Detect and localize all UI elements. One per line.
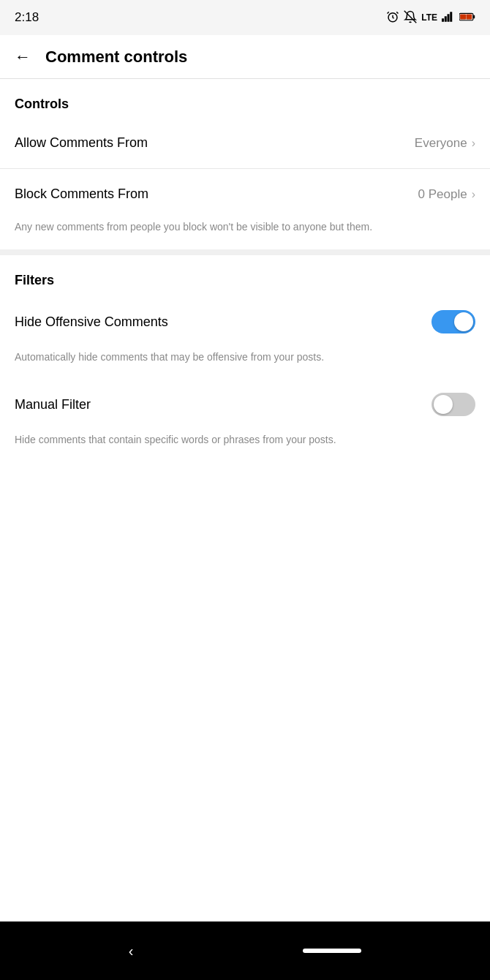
- content-area: Controls Allow Comments From Everyone › …: [0, 79, 490, 921]
- allow-comments-row[interactable]: Allow Comments From Everyone ›: [0, 121, 490, 165]
- allow-comments-value-container: Everyone ›: [415, 136, 475, 151]
- status-icons: LTE: [386, 10, 475, 26]
- allow-comments-value: Everyone: [415, 136, 467, 151]
- manual-filter-description: Hide comments that contain specific word…: [0, 429, 490, 462]
- block-comments-description: Any new comments from people you block w…: [0, 216, 490, 249]
- block-comments-label: Block Comments From: [15, 186, 148, 202]
- home-pill[interactable]: [303, 949, 361, 953]
- svg-rect-3: [445, 16, 447, 22]
- block-comments-value: 0 People: [418, 187, 467, 202]
- hide-offensive-toggle-knob: [454, 312, 473, 331]
- manual-filter-toggle[interactable]: [431, 393, 475, 416]
- svg-rect-9: [466, 14, 472, 19]
- status-time: 2:18: [15, 10, 39, 25]
- manual-filter-label: Manual Filter: [15, 397, 91, 412]
- svg-rect-4: [448, 14, 450, 22]
- allow-comments-chevron-icon: ›: [472, 137, 475, 150]
- back-button[interactable]: ←: [12, 45, 34, 69]
- hide-offensive-toggle[interactable]: [431, 310, 475, 333]
- status-bar: 2:18 LTE: [0, 0, 490, 35]
- svg-line-1: [404, 10, 417, 23]
- manual-filter-toggle-knob: [434, 395, 453, 414]
- hide-offensive-description: Automatically hide comments that may be …: [0, 347, 490, 380]
- system-back-icon[interactable]: ‹: [129, 943, 134, 960]
- svg-rect-7: [473, 15, 475, 18]
- allow-comments-label: Allow Comments From: [15, 135, 148, 151]
- filters-section-label: Filters: [0, 255, 490, 297]
- page-title: Comment controls: [45, 48, 187, 67]
- divider-1: [0, 168, 490, 169]
- hide-offensive-label: Hide Offensive Comments: [15, 314, 168, 330]
- hide-offensive-row[interactable]: Hide Offensive Comments: [0, 297, 490, 347]
- block-comments-value-container: 0 People ›: [418, 187, 475, 202]
- block-comments-chevron-icon: ›: [472, 188, 475, 201]
- svg-rect-2: [442, 18, 444, 22]
- controls-section-label: Controls: [0, 79, 490, 121]
- alarm-icon: [386, 10, 399, 26]
- section-divider: [0, 249, 490, 255]
- page-header: ← Comment controls: [0, 35, 490, 79]
- svg-rect-5: [450, 12, 452, 22]
- mute-icon: [404, 10, 417, 26]
- bottom-navigation: ‹: [0, 921, 490, 980]
- block-comments-row[interactable]: Block Comments From 0 People ›: [0, 172, 490, 216]
- lte-icon: LTE: [421, 12, 437, 23]
- battery-icon: [459, 12, 475, 23]
- signal-icon: [442, 12, 455, 24]
- manual-filter-row[interactable]: Manual Filter: [0, 380, 490, 429]
- svg-rect-8: [460, 14, 466, 19]
